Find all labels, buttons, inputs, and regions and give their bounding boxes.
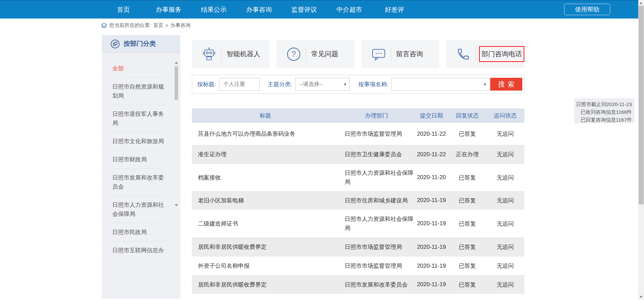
- nav-item[interactable]: 中介超市: [327, 5, 372, 14]
- home-icon: [101, 23, 107, 28]
- cell-reply: 已答复: [448, 243, 486, 251]
- tab-question[interactable]: ?常见问题: [276, 40, 354, 68]
- nav-item[interactable]: 好差评: [372, 5, 417, 14]
- cell-reply: 正在办理: [448, 151, 486, 158]
- table-row[interactable]: 准生证办理日照市卫生健康委员会2020-11-22正在办理无追问: [192, 145, 524, 164]
- tab-phone[interactable]: 部门咨询电话: [446, 40, 524, 68]
- cell-follow: 无追问: [486, 130, 524, 138]
- stats-line: 日照市截止到2020-11-23: [574, 100, 632, 108]
- sidebar-item[interactable]: 日照市自然资源和规划局: [112, 78, 166, 105]
- cell-title[interactable]: 外资子公司名称申报: [192, 262, 339, 270]
- divider: [306, 47, 306, 61]
- phone-icon: [456, 47, 470, 61]
- tab-message[interactable]: 留言咨询: [361, 40, 439, 68]
- cell-title[interactable]: 二级建造师证书: [192, 220, 339, 228]
- sidebar-title: 按部门分类: [124, 39, 156, 48]
- consult-tabs: 智能机器人?常见问题留言咨询部门咨询电话: [192, 40, 524, 68]
- cell-dept: 日照市市场监督管理局: [339, 242, 414, 252]
- question-icon: ?: [287, 47, 301, 61]
- cell-dept: 日照市市场监督管理局: [339, 129, 414, 138]
- cell-date: 2020-11-19: [414, 281, 448, 288]
- table-row[interactable]: 外资子公司名称申报日照市市场监督管理局2020-11-19已答复无追问: [192, 257, 524, 275]
- sidebar-item[interactable]: 日照市财政局: [112, 151, 166, 169]
- sidebar-item[interactable]: 日照市文化和旅游局: [112, 132, 166, 151]
- tab-label: 部门咨询电话: [479, 46, 524, 62]
- item-select[interactable]: ▼: [391, 78, 490, 91]
- column-header: 回复状态: [448, 112, 486, 120]
- table-row[interactable]: 档案接收日照市人力资源和社会保障局2020-11-20已答复无追问: [192, 164, 524, 191]
- cell-follow: 无追问: [486, 220, 524, 228]
- dropdown-arrow-icon: ▼: [344, 82, 347, 86]
- nav-item[interactable]: 结果公示: [191, 5, 236, 14]
- cell-title[interactable]: 老旧小区加装电梯: [192, 197, 339, 204]
- sidebar-item[interactable]: 全部: [112, 60, 166, 78]
- table-row[interactable]: 莒县什么地方可以办理商品条形码业务日照市市场监督管理局2020-11-22已答复…: [192, 123, 524, 145]
- nav-menu: 首页办事服务结果公示办事咨询监督评议中介超市好差评: [101, 1, 417, 19]
- sidebar-item[interactable]: 日照市退役军人事务局: [112, 105, 166, 132]
- tab-robot[interactable]: 智能机器人: [192, 40, 270, 68]
- title-filter-input[interactable]: [219, 78, 260, 91]
- table-row[interactable]: 居民和非居民供暖收费界定日照市市场监督管理局2020-11-19已答复无追问: [192, 237, 524, 257]
- cell-dept: 日照市人力资源和社会保障局: [339, 168, 414, 187]
- nav-item[interactable]: 首页: [101, 5, 146, 14]
- table-row[interactable]: 居民和非居民供暖收费界定日照市发展和改革委员会2020-11-19已答复无追问: [192, 275, 524, 294]
- column-header: 办理部门: [339, 112, 414, 120]
- sidebar-item[interactable]: 日照市民政局: [112, 223, 166, 241]
- cell-dept: 日照市市场监督管理局: [339, 261, 414, 270]
- sidebar-scrollbar-thumb[interactable]: [175, 66, 178, 100]
- nav-item[interactable]: 办事咨询: [236, 5, 282, 14]
- breadcrumb-current: 办事咨询: [170, 22, 191, 29]
- scroll-down-icon[interactable]: [640, 296, 642, 298]
- cell-date: 2020-11-22: [414, 131, 448, 137]
- stats-line: 已收到咨询信息1168件: [574, 108, 632, 116]
- cell-title[interactable]: 居民和非居民供暖收费界定: [192, 281, 339, 289]
- cell-reply: 已答复: [448, 130, 486, 138]
- cell-dept: 日照市卫生健康委员会: [339, 150, 414, 159]
- consult-table: 标题办理部门提交日期回复状态追问状态 莒县什么地方可以办理商品条形码业务日照市市…: [192, 108, 524, 294]
- sidebar-scroll-up-icon[interactable]: [175, 62, 178, 64]
- top-navbar: 首页办事服务结果公示办事咨询监督评议中介超市好差评 使用帮助: [0, 0, 638, 19]
- cell-reply: 已答复: [448, 262, 486, 270]
- search-button[interactable]: 搜索: [490, 78, 522, 91]
- cell-follow: 无追问: [486, 197, 524, 204]
- cell-title[interactable]: 档案接收: [192, 174, 339, 181]
- topic-filter-label: 主题分类:: [268, 80, 292, 88]
- cell-title[interactable]: 莒县什么地方可以办理商品条形码业务: [192, 130, 339, 138]
- cell-reply: 已答复: [448, 197, 486, 204]
- cell-title[interactable]: 准生证办理: [192, 151, 339, 158]
- sidebar-scroll-down-icon[interactable]: [175, 204, 178, 206]
- topic-select[interactable]: --请选择-- ▼: [295, 78, 350, 91]
- breadcrumb-home[interactable]: 首页: [153, 22, 163, 29]
- item-filter-label: 按事项名称:: [358, 80, 388, 88]
- page-scrollbar[interactable]: [638, 0, 644, 300]
- tab-label: 常见问题: [311, 49, 338, 59]
- cell-reply: 已答复: [448, 220, 486, 228]
- stats-line: 已回复咨询信息1167件: [574, 116, 632, 124]
- cell-date: 2020-11-19: [414, 197, 448, 204]
- cell-dept: 日照市住房和城乡建设局: [339, 196, 414, 205]
- nav-item[interactable]: 监督评议: [282, 5, 327, 14]
- cell-title[interactable]: 居民和非居民供暖收费界定: [192, 243, 339, 251]
- cell-follow: 无追问: [486, 174, 524, 181]
- cell-reply: 已答复: [448, 281, 486, 289]
- cell-date: 2020-11-19: [414, 244, 448, 251]
- cell-follow: 无追问: [486, 151, 524, 158]
- breadcrumb-separator: >: [165, 23, 168, 28]
- sidebar-item[interactable]: 日照市人力资源和社会保障局: [112, 196, 166, 223]
- page-scrollbar-thumb[interactable]: [639, 6, 644, 204]
- sidebar-list: 全部日照市自然资源和规划局日照市退役军人事务局日照市文化和旅游局日照市财政局日照…: [102, 53, 180, 259]
- tab-label: 智能机器人: [227, 49, 260, 59]
- breadcrumb-prefix: 您当前所在的位置:: [109, 22, 151, 29]
- table-row[interactable]: 二级建造师证书日照市人力资源和社会保障局2020-11-19已答复无追问: [192, 210, 524, 237]
- sidebar-item[interactable]: 日照市互联网信息办: [112, 241, 166, 259]
- robot-icon: [202, 47, 216, 61]
- sidebar-item[interactable]: 日照市发展和改革委员会: [112, 169, 166, 196]
- divider: [221, 47, 222, 61]
- table-header-row: 标题办理部门提交日期回复状态追问状态: [192, 108, 524, 123]
- tab-label: 留言咨询: [396, 49, 423, 59]
- nav-item[interactable]: 办事服务: [146, 5, 191, 14]
- column-header: 标题: [192, 112, 339, 120]
- table-row[interactable]: 老旧小区加装电梯日照市住房和城乡建设局2020-11-19已答复无追问: [192, 191, 524, 210]
- scroll-up-icon[interactable]: [640, 2, 642, 4]
- help-button[interactable]: 使用帮助: [564, 4, 610, 15]
